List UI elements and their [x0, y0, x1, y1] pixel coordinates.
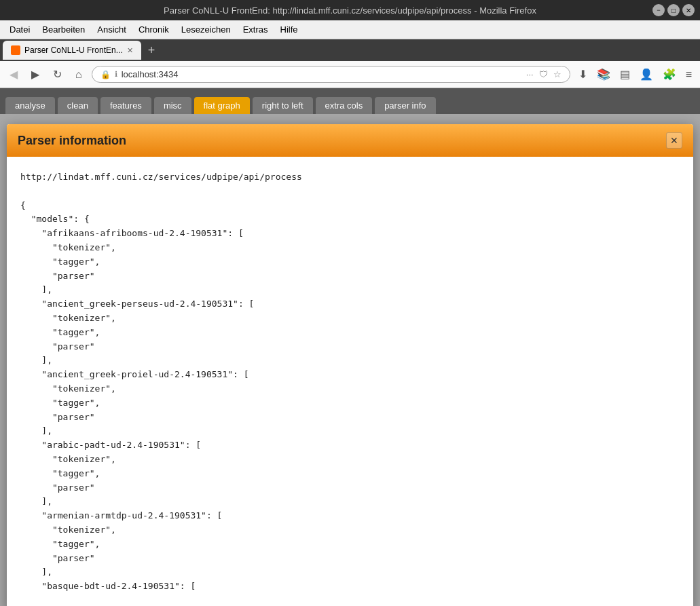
url-text[interactable]: localhost:3434	[122, 69, 522, 79]
menu-icon[interactable]: ≡	[683, 67, 695, 82]
tab-favicon	[11, 45, 20, 55]
modal-close-button[interactable]: ✕	[666, 132, 682, 149]
menu-chronik[interactable]: Chronik	[133, 23, 174, 36]
maximize-button[interactable]: □	[667, 4, 680, 16]
menu-ansicht[interactable]: Ansicht	[92, 23, 132, 36]
menu-bearbeiten[interactable]: Bearbeiten	[37, 23, 90, 36]
url-bar[interactable]: 🔒 ℹ localhost:3434 ··· 🛡 ☆	[92, 66, 570, 83]
browser-tab[interactable]: Parser CoNLL-U FrontEn... ✕	[3, 41, 141, 60]
tab-close-button[interactable]: ✕	[127, 46, 133, 55]
menu-datei[interactable]: Datei	[4, 23, 35, 36]
reload-button[interactable]: ↻	[49, 67, 66, 82]
library-icon[interactable]: 📚	[594, 67, 613, 82]
tab-flat-graph[interactable]: flat graph	[194, 97, 250, 114]
window-title: Parser CoNLL-U FrontEnd: http://lindat.m…	[164, 5, 536, 16]
modal-header: Parser information ✕	[7, 124, 693, 157]
new-tab-button[interactable]: +	[143, 43, 161, 58]
extensions-icon[interactable]: 🧩	[660, 67, 679, 82]
page-wrapper: Parser CoNLL-U FrontEnd: http://lindat.m…	[0, 0, 700, 606]
address-bar: ◀ ▶ ↻ ⌂ 🔒 ℹ localhost:3434 ··· 🛡 ☆ ⬇ 📚 ▤…	[0, 61, 700, 88]
content-area: Parser information ✕ http://lindat.mff.c…	[0, 114, 700, 606]
toolbar-icons: ⬇ 📚 ▤ 👤 🧩 ≡	[576, 67, 695, 82]
tab-right-to-left[interactable]: right to left	[253, 97, 313, 114]
close-window-button[interactable]: ✕	[682, 4, 695, 16]
back-button[interactable]: ◀	[5, 67, 22, 82]
tab-clean[interactable]: clean	[58, 97, 98, 114]
sidebar-toggle-icon[interactable]: ▤	[617, 67, 633, 82]
home-button[interactable]: ⌂	[71, 67, 86, 82]
menu-hilfe[interactable]: Hilfe	[275, 23, 303, 36]
forward-button[interactable]: ▶	[27, 67, 43, 82]
tab-features[interactable]: features	[100, 97, 151, 114]
app-tabs: analyse clean features misc flat graph r…	[0, 88, 700, 114]
url-dots-icon[interactable]: ···	[526, 69, 534, 79]
tab-label: Parser CoNLL-U FrontEn...	[24, 45, 123, 55]
title-bar: Parser CoNLL-U FrontEnd: http://lindat.m…	[0, 0, 700, 20]
menu-bar: Datei Bearbeiten Ansicht Chronik Lesezei…	[0, 20, 700, 39]
parser-info-modal: Parser information ✕ http://lindat.mff.c…	[7, 124, 693, 606]
menu-lesezeichen[interactable]: Lesezeichen	[176, 23, 236, 36]
window-controls: － □ ✕	[652, 4, 695, 16]
modal-title: Parser information	[18, 134, 126, 148]
tab-bar: Parser CoNLL-U FrontEn... ✕ +	[0, 39, 700, 61]
menu-extras[interactable]: Extras	[238, 23, 274, 36]
info-icon: ℹ	[115, 70, 117, 79]
bookmark-star-icon[interactable]: ☆	[553, 69, 561, 79]
lock-icon: 🔒	[100, 70, 111, 79]
download-icon[interactable]: ⬇	[576, 67, 590, 82]
shield-icon: 🛡	[539, 69, 548, 79]
tab-extra-cols[interactable]: extra cols	[316, 97, 373, 114]
tab-analyse[interactable]: analyse	[5, 97, 55, 114]
url-actions: ··· 🛡 ☆	[526, 69, 561, 79]
account-icon[interactable]: 👤	[637, 67, 656, 82]
minimize-button[interactable]: －	[652, 4, 665, 16]
tab-misc[interactable]: misc	[154, 97, 191, 114]
modal-body[interactable]: http://lindat.mff.cuni.cz/services/udpip…	[7, 157, 693, 606]
tab-parser-info[interactable]: parser info	[375, 97, 435, 114]
